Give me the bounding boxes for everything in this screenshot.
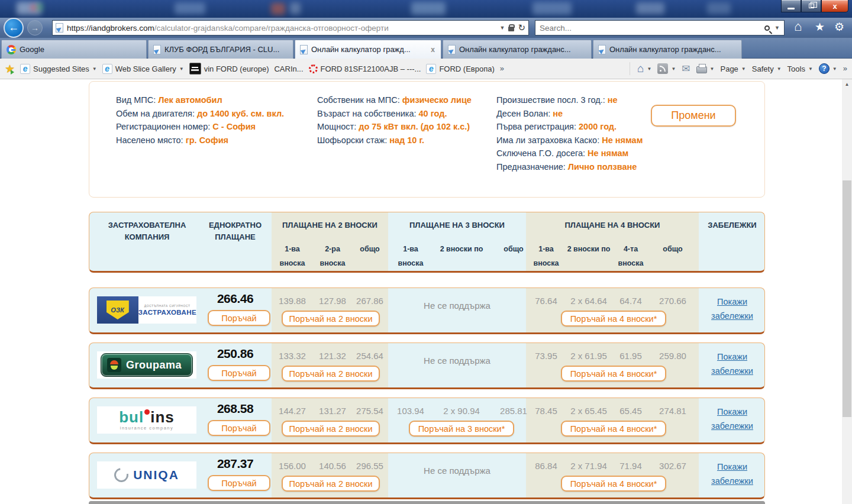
- two-second-amount: 140.56: [313, 461, 352, 471]
- rss-icon: [657, 63, 668, 74]
- show-notes-link[interactable]: Покажи забележки: [699, 405, 765, 433]
- summary-field: Населено място: гр. София: [116, 134, 284, 147]
- mail-button[interactable]: ✉: [682, 63, 690, 75]
- tab-google[interactable]: Google: [1, 40, 147, 59]
- order-two-installments-button[interactable]: Поръчай на 2 вноски: [282, 311, 380, 327]
- search-box[interactable]: ▼: [535, 20, 785, 35]
- taskbar-blur-decor: [37, 4, 43, 11]
- tab-close-icon[interactable]: x: [430, 46, 436, 54]
- summary-field: Собственик на МПС: физическо лице: [317, 93, 472, 107]
- four-each-amount: 2 x 71.94: [565, 461, 612, 471]
- refresh-icon[interactable]: ↻: [518, 22, 525, 33]
- home-menu-button[interactable]: ⌂ ▼: [637, 62, 651, 75]
- order-two-installments-button[interactable]: Поръчай на 2 вноски: [282, 476, 380, 492]
- chevron-down-icon: ▼: [741, 66, 746, 72]
- navigation-bar: ← → https://iandgbrokers.com/calculator-…: [0, 18, 852, 38]
- taskbar-blur-decor: [707, 2, 731, 14]
- single-payment-price: 250.86: [199, 347, 272, 361]
- show-notes-link[interactable]: Покажи забележки: [699, 460, 765, 488]
- address-bar[interactable]: https://iandgbrokers.com/calculator-graj…: [52, 20, 529, 35]
- summary-field: Първа регистрация: 2000 год.: [496, 120, 643, 134]
- search-dropdown-icon[interactable]: ▼: [774, 25, 780, 31]
- order-four-installments-button[interactable]: Поръчай на 4 вноски*: [561, 366, 666, 382]
- quote-summary-box: Вид МПС: Лек автомобил Обем на двигателя…: [89, 81, 765, 198]
- vertical-scrollbar[interactable]: ▲: [842, 79, 852, 504]
- order-four-installments-button[interactable]: Поръчай на 4 вноски*: [561, 421, 666, 437]
- tab-calculator-active[interactable]: Онлайн калкулатор гражд... x: [295, 40, 441, 59]
- restore-button[interactable]: [801, 0, 821, 12]
- order-two-installments-button[interactable]: Поръчай на 2 вноски: [282, 366, 380, 382]
- summary-column-2: Собственик на МПС: физическо лице Възрас…: [317, 93, 472, 147]
- single-payment-price: 287.37: [199, 457, 272, 471]
- rss-menu-button[interactable]: ▼: [657, 63, 676, 74]
- scroll-up-icon[interactable]: ▲: [842, 79, 852, 89]
- two-total-amount: 275.54: [352, 406, 388, 416]
- add-favorite-star-icon[interactable]: ★: [5, 62, 15, 76]
- chevron-down-icon: ▼: [808, 66, 813, 72]
- order-single-button[interactable]: Поръчай: [208, 420, 270, 436]
- back-arrow-icon: ←: [8, 21, 19, 33]
- red-dashed-circle-icon: [309, 64, 318, 73]
- header-two-installments: ПЛАЩАНЕ НА 2 ВНОСКИ: [272, 219, 388, 231]
- close-button[interactable]: x: [821, 0, 848, 12]
- tab-label: Онлайн калкулатор гражданс...: [459, 45, 571, 54]
- order-single-button[interactable]: Поръчай: [208, 475, 270, 491]
- favorite-web-slice-gallery[interactable]: Web Slice Gallery ▼: [102, 64, 184, 74]
- search-icon[interactable]: [764, 25, 770, 31]
- page-menu-button[interactable]: Page ▼: [720, 64, 746, 73]
- search-input[interactable]: [540, 24, 760, 33]
- order-four-installments-button[interactable]: Поръчай на 4 вноски*: [561, 311, 666, 327]
- taskbar-blur-decor: [290, 2, 301, 14]
- order-four-installments-button[interactable]: Поръчай на 4 вноски*: [561, 476, 666, 492]
- print-menu-button[interactable]: ▼: [696, 64, 715, 73]
- favorite-carin[interactable]: CARIn...: [274, 64, 303, 73]
- home-icon[interactable]: ⌂: [794, 19, 802, 34]
- favorites-overflow-icon[interactable]: »: [500, 64, 504, 73]
- settings-gear-icon[interactable]: ⚙: [834, 20, 844, 34]
- tab-calculator-3[interactable]: Онлайн калкулатор гражданс...: [593, 40, 742, 59]
- minimize-button[interactable]: [781, 0, 801, 12]
- tab-calculator-2[interactable]: Онлайн калкулатор гражданс...: [443, 40, 592, 59]
- subheader-total: общо: [655, 242, 690, 256]
- summary-field: Обем на двигателя: до 1400 куб. см. вкл.: [116, 107, 284, 121]
- command-overflow-icon[interactable]: »: [843, 64, 847, 73]
- help-menu-button[interactable]: ? ▼: [819, 63, 837, 74]
- favorite-ford-vin-code[interactable]: FORD 81SF12100AJB – ---...: [309, 64, 421, 73]
- safety-menu-label: Safety: [752, 64, 774, 73]
- show-notes-link[interactable]: Покажи забележки: [699, 295, 765, 323]
- address-dropdown-icon[interactable]: ▼: [500, 25, 505, 31]
- forward-button[interactable]: →: [27, 20, 43, 35]
- safety-menu-button[interactable]: Safety ▼: [752, 64, 782, 73]
- change-parameters-button[interactable]: Промени: [651, 105, 736, 127]
- taskbar-blur-decor: [31, 5, 37, 11]
- two-total-amount: 254.64: [352, 351, 388, 361]
- favorite-suggested-sites[interactable]: Suggested Sites ▼: [20, 64, 97, 74]
- groupama-mark-icon: [107, 358, 121, 372]
- three-total-amount: 285.81: [496, 406, 531, 416]
- security-lock-icon[interactable]: [508, 27, 514, 31]
- two-total-amount: 296.55: [352, 461, 388, 471]
- two-second-amount: 121.32: [313, 351, 352, 361]
- order-single-button[interactable]: Поръчай: [208, 365, 270, 381]
- favorites-star-icon[interactable]: ★: [815, 20, 825, 34]
- two-first-amount: 144.27: [273, 406, 312, 416]
- tab-klub-ford[interactable]: КЛУБ ФОРД БЪЛГАРИЯ - CLU...: [148, 40, 293, 59]
- chevron-down-icon: ▼: [710, 66, 715, 72]
- page-favicon: [300, 45, 308, 54]
- show-notes-link[interactable]: Покажи забележки: [699, 350, 765, 378]
- order-single-button[interactable]: Поръчай: [208, 310, 270, 326]
- order-three-installments-button[interactable]: Поръчай на 3 вноски*: [409, 421, 514, 437]
- two-total-amount: 267.86: [352, 296, 388, 306]
- order-two-installments-button[interactable]: Поръчай на 2 вноски: [282, 421, 380, 437]
- tools-menu-button[interactable]: Tools ▼: [788, 64, 813, 73]
- subheader-total: общо: [352, 242, 388, 256]
- subheader-second-installment: 2-равноска: [313, 242, 352, 270]
- favorite-vin-ford[interactable]: vin FORD (europe): [189, 63, 269, 75]
- subheader-first-installment: 1-вавноска: [527, 242, 565, 270]
- four-first-amount: 76.64: [527, 296, 565, 306]
- four-fourth-amount: 64.74: [612, 296, 649, 306]
- favorite-label: Suggested Sites: [33, 64, 89, 73]
- favorite-ford-europa[interactable]: FORD (Европа): [426, 64, 494, 74]
- back-button[interactable]: ←: [4, 18, 24, 38]
- scrollbar-thumb[interactable]: [843, 180, 851, 417]
